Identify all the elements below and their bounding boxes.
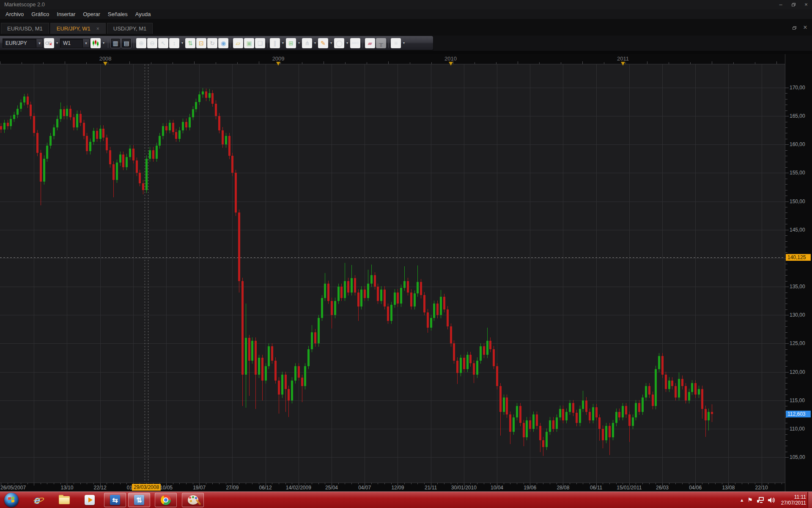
- add-image-button[interactable]: ▣: [244, 38, 254, 48]
- menu-item-ayuda[interactable]: Ayuda: [132, 10, 155, 19]
- eraser-button[interactable]: ▰: [365, 38, 375, 48]
- taskbar-chrome[interactable]: [155, 493, 177, 507]
- chart-tab-eur-usd[interactable]: EUR/USD, M1: [1, 23, 49, 34]
- menu-item-grfico[interactable]: Gráfico: [27, 10, 53, 19]
- ruler-button[interactable]: ▱: [233, 38, 243, 48]
- toolbar-separator: [108, 39, 108, 48]
- trendline-button[interactable]: ∥: [270, 38, 280, 48]
- text-label-button[interactable]: ABC: [350, 38, 360, 48]
- volume-icon[interactable]: [768, 497, 775, 503]
- chevron-down-icon[interactable]: ▾: [55, 41, 59, 45]
- chevron-down-icon[interactable]: ▾: [180, 41, 184, 45]
- date-label: 10/05: [160, 485, 173, 491]
- chevron-down-icon[interactable]: ▾: [82, 39, 89, 47]
- web-button[interactable]: ◉: [218, 38, 228, 48]
- chevron-down-icon[interactable]: ▾: [313, 41, 317, 45]
- date-label: 15/01/2011: [617, 485, 642, 491]
- date-axis[interactable]: 29/03/2008 26/05/200713/1022/1201/0310/0…: [0, 483, 785, 491]
- chart-plot[interactable]: [0, 64, 785, 483]
- menu-item-archivo[interactable]: Archivo: [2, 10, 27, 19]
- price-scale-button[interactable]: ⇅: [185, 38, 195, 48]
- taskbar-windows-explorer[interactable]: [53, 493, 75, 507]
- taskbar-marketscope[interactable]: ⇅: [128, 493, 150, 507]
- taskbar-media-player[interactable]: [79, 493, 101, 507]
- price-label: 120,00: [790, 369, 805, 375]
- refresh-button[interactable]: ↻: [207, 38, 217, 48]
- layout-list-button[interactable]: ▤: [121, 38, 132, 48]
- year-axis[interactable]: 2008200920102011: [0, 54, 785, 64]
- chevron-down-icon[interactable]: ▾: [36, 39, 43, 47]
- start-button[interactable]: [4, 493, 19, 507]
- eraser-icon: ▰: [368, 40, 373, 47]
- fan-lines-button[interactable]: ⋔: [302, 38, 312, 48]
- network-icon[interactable]: [757, 497, 764, 503]
- menu-item-insertar[interactable]: Insertar: [53, 10, 79, 19]
- chevron-down-icon[interactable]: ▾: [402, 41, 406, 45]
- price-label: 125,00: [790, 340, 805, 346]
- close-button[interactable]: ×: [803, 1, 809, 8]
- taskbar-paint[interactable]: [182, 493, 204, 507]
- chevron-down-icon[interactable]: ▾: [329, 41, 333, 45]
- tab-close-icon[interactable]: ×: [96, 26, 99, 32]
- chart-restore-button[interactable]: [791, 24, 798, 31]
- toolbar-menu-button[interactable]: ≡: [391, 38, 401, 48]
- paint-icon: [188, 495, 198, 505]
- menu-item-operar[interactable]: Operar: [79, 10, 104, 19]
- year-marker-icon: [103, 62, 107, 66]
- chart-type-button[interactable]: [91, 38, 101, 48]
- menu-item-seales[interactable]: Señales: [104, 10, 132, 19]
- chevron-down-icon[interactable]: ▾: [345, 41, 349, 45]
- toolbar-separator: [230, 39, 231, 48]
- chart-options-icon: ⊡: [199, 40, 204, 47]
- chart-window: 2008200920102011 29/03/2008 26/05/200713…: [0, 54, 812, 491]
- pencil-button[interactable]: ✎: [318, 38, 328, 48]
- zoom-out-button[interactable]: ⊖: [147, 38, 157, 48]
- chart-tab-eur-jpy[interactable]: EUR/JPY, W1×: [50, 23, 106, 34]
- minimize-button[interactable]: –: [777, 1, 784, 8]
- show-desktop-button[interactable]: [807, 492, 812, 508]
- price-axis[interactable]: 140,125 112,603 170,00165,00160,00155,00…: [785, 54, 812, 491]
- zoom-in-button[interactable]: ⊕: [136, 38, 146, 48]
- chevron-down-icon[interactable]: ▾: [102, 41, 106, 45]
- unlink-charts-button[interactable]: ×: [44, 38, 54, 48]
- date-label: 30/01/2010: [451, 485, 477, 491]
- chevron-down-icon[interactable]: ▾: [281, 41, 285, 45]
- date-label: 14/02/2009: [286, 485, 311, 491]
- candlestick-chart[interactable]: [0, 64, 785, 483]
- period-combo[interactable]: W1▾: [60, 39, 90, 48]
- ellipse-button[interactable]: ◯: [334, 38, 344, 48]
- last-price-tag: 112,603: [786, 411, 811, 417]
- layout-panel-button[interactable]: ▥: [110, 38, 121, 48]
- text-label-icon: ABC: [351, 41, 359, 45]
- layout-list-icon: ▤: [123, 40, 129, 47]
- chart-toolbar: EUR/JPY▾×▾W1▾▾▥▤⊕⊖↖↕▾⇅⊡↻◉▱▣❏∥▾⊞▾⋔▾✎▾◯▾AB…: [0, 36, 433, 50]
- chart-options-button[interactable]: ⊡: [196, 38, 206, 48]
- date-label: 25/04: [325, 485, 338, 491]
- zoom-in-icon: ⊕: [139, 40, 144, 47]
- new-chart-window-button[interactable]: ❏: [255, 38, 265, 48]
- alert-price-tag[interactable]: 140,125: [786, 254, 811, 261]
- clock[interactable]: 11:11 27/07/2011: [781, 494, 806, 506]
- ruler-icon: ▱: [236, 40, 241, 47]
- price-scale-icon: ⇅: [188, 40, 193, 47]
- toolbar-separator: [134, 39, 134, 48]
- app-title: Marketscope 2.0: [4, 1, 45, 8]
- taskbar-internet-explorer[interactable]: e: [26, 493, 48, 507]
- ellipse-icon: ◯: [336, 40, 343, 47]
- media-player-icon: [85, 495, 95, 505]
- vertical-zoom-button[interactable]: ↕: [169, 38, 179, 48]
- symbol-combo[interactable]: EUR/JPY▾: [3, 39, 43, 48]
- indicator-button[interactable]: ⊞: [286, 38, 296, 48]
- action-center-flag-icon[interactable]: ⚑: [747, 497, 753, 503]
- chart-close-button[interactable]: ×: [802, 24, 809, 31]
- chart-tab-usd-jpy[interactable]: USD/JPY, M1: [107, 23, 153, 34]
- taskbar-trading-station[interactable]: ⇆: [104, 493, 126, 507]
- tray-expand-icon[interactable]: ▴: [741, 497, 743, 503]
- pointer-button[interactable]: ↖: [158, 38, 168, 48]
- restore-button[interactable]: [790, 1, 797, 8]
- object-tree-icon: ╥: [379, 40, 383, 47]
- chevron-down-icon[interactable]: ▾: [297, 41, 301, 45]
- date-label: 28/08: [557, 485, 569, 491]
- system-tray: ▴ ⚑ 11:11 27/07/2011: [741, 492, 806, 508]
- tray-time: 11:11: [781, 494, 806, 500]
